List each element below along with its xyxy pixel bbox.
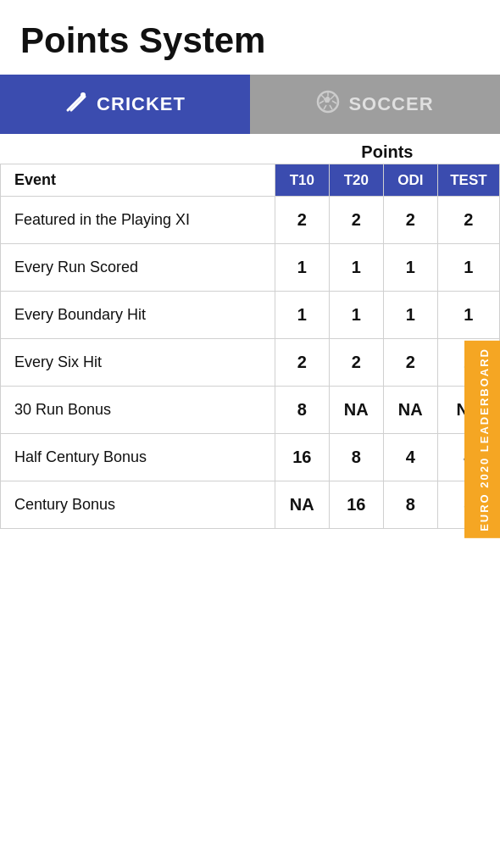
val-t10: 16 (275, 434, 329, 481)
val-t10: 2 (275, 339, 329, 387)
event-cell: Century Bonus (1, 481, 275, 529)
val-odi: 2 (383, 197, 437, 244)
val-t20: 8 (329, 434, 383, 481)
header-row-points: Points (1, 134, 500, 164)
table-row: Half Century Bonus16844 (1, 434, 500, 481)
val-t10: NA (275, 481, 329, 529)
header-row-cols: Event T10 T20 ODI TEST (1, 164, 500, 197)
table-body: Featured in the Playing XI2222Every Run … (1, 197, 500, 529)
col-test: TEST (437, 164, 499, 197)
val-t10: 8 (275, 387, 329, 434)
val-t20: 2 (329, 197, 383, 244)
val-odi: 1 (383, 244, 437, 292)
table-row: Every Boundary Hit1111 (1, 292, 500, 339)
col-t20: T20 (329, 164, 383, 197)
svg-line-9 (324, 105, 326, 109)
val-odi: 4 (383, 434, 437, 481)
euro-leaderboard-label[interactable]: EURO 2020 LEADERBOARD (464, 341, 501, 538)
val-t20: 2 (329, 339, 383, 387)
tab-soccer[interactable]: SOCCER (250, 75, 500, 134)
tab-soccer-label: SOCCER (348, 93, 433, 115)
col-t10: T10 (275, 164, 329, 197)
event-col-spacer (1, 134, 275, 164)
page-title: Points System (0, 0, 500, 75)
val-odi: 1 (383, 292, 437, 339)
val-t20: 1 (329, 244, 383, 292)
svg-line-7 (332, 101, 336, 103)
event-cell: 30 Run Bonus (1, 387, 275, 434)
val-t20: 1 (329, 292, 383, 339)
svg-line-6 (331, 95, 335, 99)
val-t10: 2 (275, 197, 329, 244)
tab-cricket[interactable]: CRICKET (0, 75, 250, 134)
table-row: Every Six Hit2222 (1, 339, 500, 387)
event-cell: Half Century Bonus (1, 434, 275, 481)
event-cell: Featured in the Playing XI (1, 197, 275, 244)
val-odi: 8 (383, 481, 437, 529)
val-test: 2 (437, 197, 499, 244)
tab-bar: CRICKET SOCCER (0, 75, 500, 134)
tab-cricket-label: CRICKET (97, 93, 186, 115)
event-cell: Every Six Hit (1, 339, 275, 387)
event-cell: Every Boundary Hit (1, 292, 275, 339)
svg-line-8 (330, 105, 332, 109)
side-label-wrapper: EURO 2020 LEADERBOARD (466, 270, 500, 609)
table-row: Century BonusNA1688 (1, 481, 500, 529)
val-odi: NA (383, 387, 437, 434)
table-row: Featured in the Playing XI2222 (1, 197, 500, 244)
val-t20: NA (329, 387, 383, 434)
points-label: Points (275, 134, 499, 164)
table-row: Every Run Scored1111 (1, 244, 500, 292)
val-t20: 16 (329, 481, 383, 529)
val-odi: 2 (383, 339, 437, 387)
points-table: Points Event T10 T20 ODI TEST Featured i… (0, 134, 500, 529)
svg-point-2 (81, 92, 86, 97)
event-cell: Every Run Scored (1, 244, 275, 292)
table-row: 30 Run Bonus8NANANA (1, 387, 500, 434)
val-t10: 1 (275, 244, 329, 292)
col-odi: ODI (383, 164, 437, 197)
svg-line-11 (321, 95, 325, 99)
table-wrapper: Points Event T10 T20 ODI TEST Featured i… (0, 134, 500, 529)
cricket-icon (64, 90, 88, 119)
svg-line-10 (319, 101, 324, 103)
event-header: Event (1, 164, 275, 197)
soccer-icon (316, 90, 340, 119)
val-t10: 1 (275, 292, 329, 339)
